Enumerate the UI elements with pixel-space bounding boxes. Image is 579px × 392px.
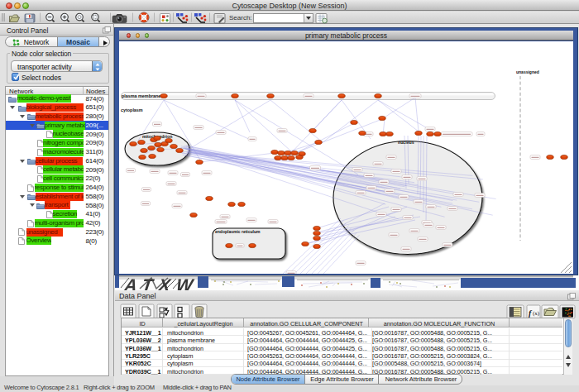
svg-text:(x): (x) xyxy=(533,310,540,317)
svg-text:endoplasmic reticulum: endoplasmic reticulum xyxy=(215,229,261,234)
svg-text:unassigned: unassigned xyxy=(516,69,539,74)
svg-text:cytoplasm: cytoplasm xyxy=(121,108,143,112)
svg-text:plasma membrane: plasma membrane xyxy=(122,93,160,98)
svg-text:nucleus: nucleus xyxy=(398,140,414,145)
